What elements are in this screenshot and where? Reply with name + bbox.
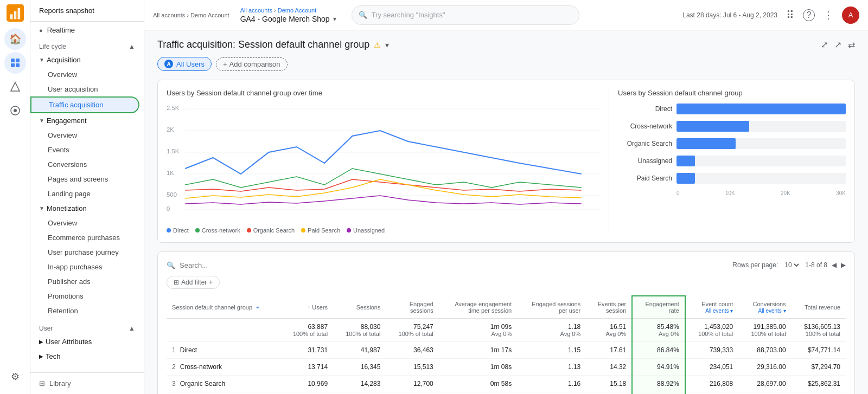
bar-row-paid-search: Paid Search	[618, 173, 846, 184]
sidebar-section-acquisition[interactable]: ▼ Acquisition	[30, 53, 144, 67]
cell-events-per-session-0: 17.61	[586, 342, 632, 359]
analytics-logo[interactable]	[7, 4, 24, 22]
apps-icon[interactable]: ⠿	[786, 9, 794, 22]
prev-page-btn[interactable]: ◀	[832, 261, 837, 269]
breadcrumb-demo-account[interactable]: Demo Account	[278, 7, 317, 14]
bar-track-unassigned	[676, 156, 846, 166]
cell-conversions-1: 29,316.00	[738, 359, 791, 376]
th-avg-engagement[interactable]: Average engagementtime per session	[439, 296, 517, 319]
table-row: 2Cross-network 13,714 16,345 15,513 1m 0…	[167, 359, 846, 376]
th-total-revenue[interactable]: Total revenue	[792, 296, 846, 319]
sidebar-reports-snapshot[interactable]: Reports snapshot	[39, 7, 94, 15]
line-chart-svg: 2.5K 2K 1.5K 1K 500 0	[167, 104, 600, 212]
cell-engaged-2: 12,700	[386, 376, 438, 392]
expand-table-icon[interactable]: ⤢	[821, 40, 828, 50]
share-icon[interactable]: ↗	[834, 40, 841, 50]
reports-icon-btn[interactable]	[4, 52, 26, 74]
table-row: 3Organic Search 10,969 14,283 12,700 0m …	[167, 376, 846, 392]
rows-per-page-select[interactable]: 10 25 50	[782, 261, 801, 269]
explore-icon-btn[interactable]	[4, 76, 26, 98]
search-table-input[interactable]	[180, 261, 261, 269]
breadcrumb-all-accounts[interactable]: All accounts	[240, 7, 272, 14]
sidebar-item-user-acquisition[interactable]: User acquisition	[30, 82, 139, 96]
table-row: 1Direct 31,731 41,987 36,463 1m 17s 1.15…	[167, 342, 846, 359]
sidebar-library[interactable]: ⊞ Library	[30, 372, 144, 394]
th-engaged-sessions[interactable]: Engagedsessions	[386, 296, 438, 319]
sidebar-item-tech[interactable]: ▶ Tech	[30, 349, 144, 364]
th-users[interactable]: ↑ Users	[280, 296, 333, 319]
sidebar-section-engagement[interactable]: ▼ Engagement	[30, 113, 144, 128]
sidebar-item-ecommerce[interactable]: Ecommerce purchases	[30, 230, 139, 245]
sidebar-item-inapp[interactable]: In-app purchases	[30, 260, 139, 274]
sidebar-item-pages-screens[interactable]: Pages and screens	[30, 172, 139, 186]
th-channel[interactable]: Session default channel group +	[167, 296, 280, 319]
sidebar-section-monetization[interactable]: ▼ Monetization	[30, 201, 144, 216]
th-engaged-per-user[interactable]: Engaged sessionsper user	[517, 296, 586, 319]
sidebar-item-events[interactable]: Events	[30, 143, 139, 157]
bar-chart-container: Direct Cross-network Organic Search	[618, 104, 846, 196]
title-dropdown[interactable]: ▾	[385, 41, 389, 49]
th-conversions[interactable]: ConversionsAll events ▾	[738, 296, 791, 319]
cell-channel-2: 3Organic Search	[167, 376, 280, 392]
cell-avg-eng-2: 0m 58s	[439, 376, 517, 392]
cell-avg-eng-0: 1m 17s	[439, 342, 517, 359]
th-event-count[interactable]: Event countAll events ▾	[685, 296, 738, 319]
add-comparison-button[interactable]: + Add comparison	[216, 57, 288, 71]
help-icon[interactable]: ?	[803, 9, 815, 21]
sidebar-item-overview-acq[interactable]: Overview	[30, 67, 139, 82]
search-table-icon: 🔍	[167, 261, 175, 269]
sidebar-item-traffic-acquisition[interactable]: Traffic acquisition	[30, 96, 139, 113]
tech-label: Tech	[46, 352, 60, 360]
compare-icon[interactable]: ⇄	[848, 40, 855, 50]
topbar: All accounts › Demo Account All accounts…	[144, 0, 868, 30]
sidebar-item-purchase-journey[interactable]: User purchase journey	[30, 245, 139, 260]
cell-sessions-0: 41,987	[333, 342, 386, 359]
svg-text:1.5K: 1.5K	[167, 148, 180, 154]
advertising-icon-btn[interactable]	[4, 100, 26, 121]
add-filter-label: Add filter	[181, 279, 207, 286]
svg-rect-3	[17, 8, 20, 20]
add-filter-button[interactable]: ⊞ Add filter +	[167, 276, 220, 289]
svg-rect-7	[16, 63, 20, 67]
th-engagement-rate[interactable]: Engagementrate	[632, 296, 685, 319]
legend-dot-direct	[167, 228, 171, 232]
more-vert-icon[interactable]: ⋮	[824, 9, 833, 21]
sidebar-item-overview-eng[interactable]: Overview	[30, 128, 139, 143]
total-engaged: 75,247 100% of total	[386, 319, 438, 342]
lifecycle-collapse[interactable]: ▲	[129, 43, 135, 50]
sidebar-item-user-attributes[interactable]: ▶ User Attributes	[30, 334, 144, 349]
cell-event-count-1: 234,051	[685, 359, 738, 376]
svg-text:1K: 1K	[167, 170, 175, 176]
breadcrumb-accounts[interactable]: All accounts › Demo Account	[153, 12, 229, 18]
sidebar-item-landing-page[interactable]: Landing page	[30, 186, 139, 201]
cell-channel-1: 2Cross-network	[167, 359, 280, 376]
sidebar-item-conversions[interactable]: Conversions	[30, 157, 139, 172]
page-header: Traffic acquisition: Session default cha…	[157, 39, 855, 50]
charts-row: Users by Session default channel group o…	[157, 80, 855, 243]
engagement-label: Engagement	[47, 117, 87, 125]
sidebar-item-publisher-ads[interactable]: Publisher ads	[30, 274, 139, 289]
lifecycle-label: Life cycle	[39, 43, 66, 50]
search-bar[interactable]: 🔍 Try searching "Insights"	[352, 5, 579, 25]
configure-icon-btn[interactable]: ⚙	[4, 366, 26, 387]
sidebar-realtime[interactable]: Realtime	[47, 26, 75, 34]
table-search[interactable]: 🔍	[167, 261, 275, 269]
user-collapse[interactable]: ▲	[129, 325, 135, 332]
bar-label-direct: Direct	[618, 105, 672, 113]
user-avatar[interactable]: A	[842, 7, 859, 24]
table-totals-row: 63,887 100% of total 88,030 100% of tota…	[167, 319, 846, 342]
th-sessions[interactable]: Sessions	[333, 296, 386, 319]
add-col-icon[interactable]: +	[256, 304, 259, 311]
search-placeholder: Try searching "Insights"	[372, 11, 445, 19]
chart-divider	[609, 89, 609, 234]
sidebar-item-overview-mon[interactable]: Overview	[30, 216, 139, 230]
home-icon-btn[interactable]: 🏠	[4, 28, 26, 50]
sidebar-item-promotions[interactable]: Promotions	[30, 289, 139, 303]
all-users-chip[interactable]: A All Users	[157, 57, 212, 71]
next-page-btn[interactable]: ▶	[841, 261, 846, 269]
th-events-per-session[interactable]: Events persession	[586, 296, 632, 319]
sidebar-item-retention[interactable]: Retention	[30, 303, 139, 318]
bar-fill-paid-search	[676, 173, 695, 184]
property-dropdown[interactable]: ▾	[333, 15, 336, 23]
total-users: 63,887 100% of total	[280, 319, 333, 342]
